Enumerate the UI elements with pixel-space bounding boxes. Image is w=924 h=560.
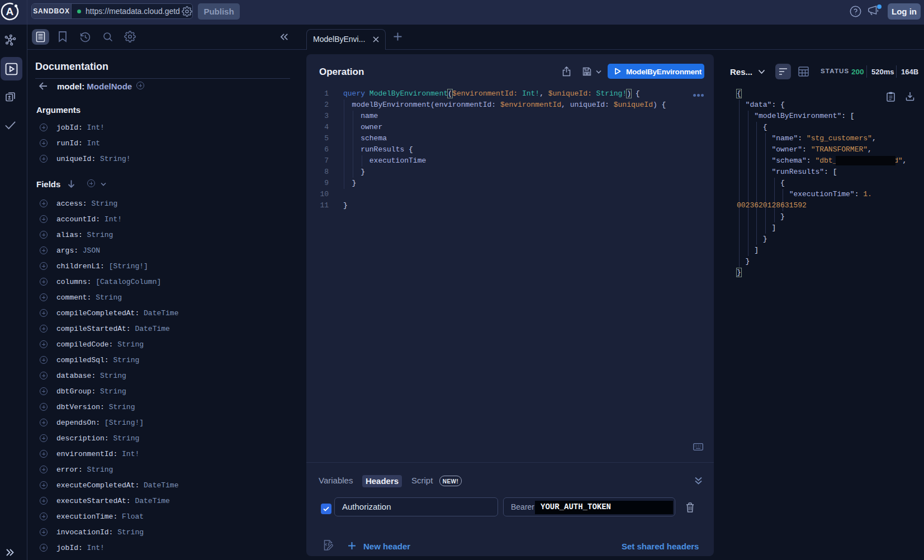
svg-text:A: A [6, 6, 14, 17]
